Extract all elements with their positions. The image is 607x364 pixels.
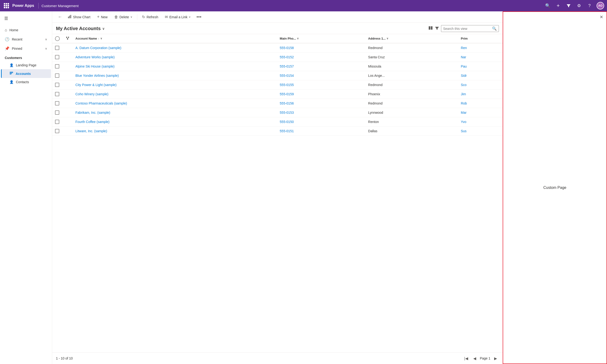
custom-page-label: Custom Page (543, 185, 567, 190)
waffle-menu[interactable] (3, 2, 10, 9)
refresh-icon: ↻ (142, 15, 145, 19)
sort-dropdown-icon[interactable]: ∨ (100, 37, 102, 40)
phone-link[interactable]: 555-0150 (280, 120, 294, 124)
row-checkbox[interactable] (55, 74, 59, 78)
primary-value[interactable]: Jim (461, 92, 466, 96)
sidebar-item-home[interactable]: ⌂ Home (1, 26, 51, 35)
phone-link[interactable]: 555-0159 (280, 92, 294, 96)
account-name-link[interactable]: Alpine Ski House (sample) (75, 65, 115, 68)
row-checkbox[interactable] (55, 110, 59, 115)
back-button[interactable]: ← (56, 13, 64, 20)
phone-link[interactable]: 555-0154 (280, 74, 294, 78)
city-value: Redmond (368, 83, 383, 87)
table-container: Account Name ↑ ∨ Main Pho... ∨ (52, 34, 503, 352)
table-row: Contoso Pharmaceuticals (sample) 555-015… (52, 99, 503, 108)
avatar[interactable]: AO (596, 2, 604, 10)
sidebar-item-contacts[interactable]: 👤 Contacts (1, 78, 51, 86)
table-row: A. Datum Corporation (sample) 555-0158 R… (52, 43, 503, 52)
prev-page-button[interactable]: ◀ (471, 355, 478, 362)
sidebar-item-accounts[interactable]: Accounts (1, 69, 51, 78)
view-filter-icon[interactable] (435, 26, 439, 31)
row-checkbox[interactable] (55, 120, 59, 124)
row-checkbox[interactable] (55, 55, 59, 59)
phone-link[interactable]: 555-0153 (280, 111, 294, 115)
delete-button[interactable]: 🗑 Delete ∨ (111, 13, 135, 21)
settings-icon[interactable]: ⚙ (576, 2, 582, 9)
row-checkbox[interactable] (55, 64, 59, 68)
primary-value[interactable]: Yvo (461, 120, 466, 124)
next-page-button[interactable]: ▶ (492, 355, 499, 362)
select-all-checkbox[interactable] (55, 36, 60, 41)
phone-link[interactable]: 555-0157 (280, 65, 294, 68)
sidebar-item-landing-page[interactable]: 👤 Landing Page (1, 61, 51, 69)
more-button[interactable]: ••• (194, 13, 203, 21)
email-link-button[interactable]: ✉ Email a Link ∨ (162, 13, 194, 21)
sidebar-item-recent[interactable]: 🕐 Recent ∨ (1, 35, 51, 44)
phone-sort-icon[interactable]: ∨ (297, 37, 299, 40)
search-input[interactable] (443, 27, 490, 31)
row-checkbox[interactable] (55, 46, 59, 50)
primary-value[interactable]: Mar (461, 111, 466, 115)
account-name-link[interactable]: Contoso Pharmaceuticals (sample) (75, 102, 127, 105)
view-title-chevron[interactable]: ∨ (102, 27, 105, 31)
primary-value[interactable]: Pau (461, 65, 467, 68)
home-icon: ⌂ (5, 28, 7, 32)
account-name-link[interactable]: Blue Yonder Airlines (sample) (75, 74, 119, 78)
phone-link[interactable]: 555-0158 (280, 46, 294, 50)
search-button[interactable]: 🔍 (492, 26, 497, 31)
search-icon[interactable]: 🔍 (544, 2, 551, 9)
primary-value[interactable]: Sco (461, 83, 466, 87)
primary-value[interactable]: Nar (461, 55, 466, 59)
city-value: Redmond (368, 102, 383, 105)
account-name-link[interactable]: A. Datum Corporation (sample) (75, 46, 121, 50)
svg-line-13 (67, 38, 68, 39)
columns-icon[interactable] (428, 26, 433, 31)
account-name-link[interactable]: Adventure Works (sample) (75, 55, 115, 59)
filter-icon[interactable] (565, 2, 572, 9)
first-page-button[interactable]: |◀ (463, 355, 469, 362)
content-area: ← Show Chart + New 🗑 Delete ∨ ↻ Refresh (52, 11, 503, 364)
refresh-button[interactable]: ↻ Refresh (139, 13, 161, 21)
sort-asc-icon[interactable]: ↑ (98, 37, 99, 40)
account-name-link[interactable]: Fabrikam, Inc. (sample) (75, 111, 110, 115)
accounts-icon (10, 71, 13, 76)
cmd-separator (137, 14, 137, 20)
table-row: Litware, Inc. (sample) 555-0151 Dallas S… (52, 127, 503, 136)
row-checkbox[interactable] (55, 83, 59, 87)
table-row: Blue Yonder Airlines (sample) 555-0154 L… (52, 71, 503, 80)
address-sort-icon[interactable]: ∨ (386, 37, 388, 40)
row-checkbox[interactable] (55, 129, 59, 133)
phone-link[interactable]: 555-0155 (280, 83, 294, 87)
primary-value[interactable]: Sidr (461, 74, 467, 78)
divider (39, 3, 39, 9)
add-icon[interactable]: + (555, 2, 561, 9)
account-name-link[interactable]: Fourth Coffee (sample) (75, 120, 109, 124)
show-chart-button[interactable]: Show Chart (65, 13, 93, 21)
primary-value[interactable]: Sus (461, 129, 466, 133)
account-name-header[interactable]: Account Name (75, 37, 97, 40)
phone-link[interactable]: 555-0152 (280, 55, 294, 59)
phone-link[interactable]: 555-0156 (280, 102, 294, 105)
row-checkbox[interactable] (55, 101, 59, 105)
account-name-link[interactable]: Litware, Inc. (sample) (75, 129, 107, 133)
primary-value[interactable]: Ren (461, 46, 467, 50)
app-name: Power Apps (12, 3, 34, 8)
phone-link[interactable]: 555-0151 (280, 129, 294, 133)
sidebar-item-pinned[interactable]: 📌 Pinned ∨ (1, 44, 51, 53)
sidebar-home-label: Home (10, 28, 18, 32)
new-button[interactable]: + New (94, 13, 110, 21)
account-name-link[interactable]: City Power & Light (sample) (75, 83, 117, 87)
view-title: My Active Accounts ∨ (56, 26, 105, 31)
address-header[interactable]: Address 1... (368, 37, 386, 40)
primary-value[interactable]: Rob (461, 102, 467, 105)
sidebar-top: ☰ (0, 11, 52, 26)
help-icon[interactable]: ? (586, 2, 593, 9)
row-checkbox[interactable] (55, 92, 59, 96)
sidebar-recent-label: Recent (12, 38, 22, 41)
account-name-link[interactable]: Coho Winery (sample) (75, 92, 108, 96)
panel-close-button[interactable]: ✕ (598, 14, 605, 20)
hamburger-icon[interactable]: ☰ (2, 14, 11, 23)
city-value: Lynnwood (368, 111, 383, 115)
main-phone-header[interactable]: Main Pho... (280, 37, 296, 40)
email-icon: ✉ (165, 15, 168, 19)
